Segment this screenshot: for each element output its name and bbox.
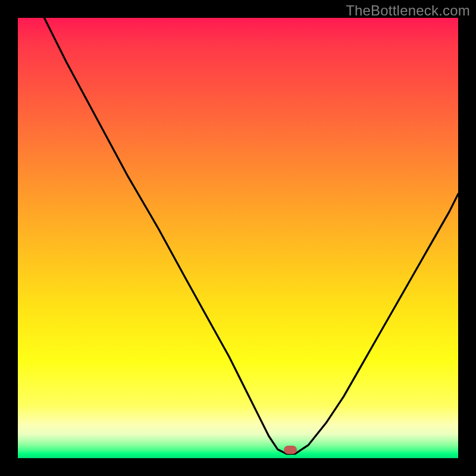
optimal-point-marker (284, 446, 297, 454)
watermark-text: TheBottleneck.com (346, 2, 470, 19)
bottleneck-curve (18, 18, 458, 458)
plot-area (18, 18, 458, 458)
chart-frame: TheBottleneck.com (0, 0, 476, 476)
